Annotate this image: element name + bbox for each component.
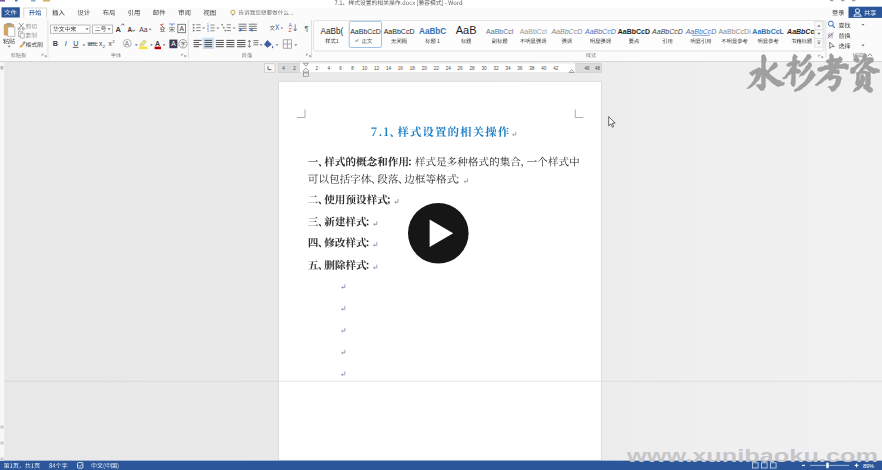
svg-text:30: 30	[481, 66, 487, 71]
svg-text:AaBbCcl: AaBbCcl	[486, 28, 514, 35]
svg-text:46: 46	[584, 66, 590, 71]
svg-text:AaBbCcD: AaBbCcD	[618, 28, 650, 35]
svg-text:AaB: AaB	[456, 24, 477, 36]
svg-text:3: 3	[207, 29, 209, 33]
svg-text:22: 22	[434, 66, 440, 71]
svg-text:AaBb(: AaBb(	[321, 27, 344, 36]
svg-text:AaBbCcD: AaBbCcD	[651, 28, 683, 35]
svg-text:20: 20	[422, 66, 428, 71]
svg-text:AaBbCcD: AaBbCcD	[685, 28, 717, 35]
svg-text:AaBbCcL: AaBbCcL	[752, 28, 784, 35]
svg-text:48: 48	[595, 66, 601, 71]
svg-text:A: A	[179, 25, 184, 32]
svg-text:AaBbCcD: AaBbCcD	[550, 28, 582, 35]
svg-text:26: 26	[458, 66, 464, 71]
svg-text:12: 12	[374, 66, 380, 71]
svg-text:16: 16	[398, 66, 404, 71]
svg-text:40: 40	[541, 66, 547, 71]
svg-text:AaBbCcDi: AaBbCcDi	[718, 28, 751, 35]
svg-text:28: 28	[470, 66, 476, 71]
svg-text:42: 42	[553, 66, 559, 71]
svg-text:A: A	[171, 40, 176, 47]
svg-text:www.xunibaoku.com: www.xunibaoku.com	[626, 446, 878, 466]
svg-text:AaBbCcl: AaBbCcl	[786, 28, 817, 35]
svg-text:34: 34	[505, 66, 511, 71]
svg-text:Z: Z	[289, 27, 292, 33]
svg-text:B: B	[53, 39, 58, 48]
svg-text:Aa: Aa	[139, 26, 148, 33]
svg-text:A: A	[155, 40, 160, 47]
svg-text:18: 18	[410, 66, 416, 71]
svg-text:AaBbCcD: AaBbCcD	[584, 28, 616, 35]
svg-text:A: A	[125, 40, 130, 47]
svg-text:AaBbCcl: AaBbCcl	[520, 28, 548, 35]
svg-text:14: 14	[386, 66, 392, 71]
svg-text:U: U	[73, 39, 78, 48]
svg-text:AaBbCcD: AaBbCcD	[384, 28, 415, 35]
svg-text:36: 36	[517, 66, 523, 71]
svg-text:32: 32	[493, 66, 499, 71]
svg-text:AaBbC: AaBbC	[419, 27, 446, 36]
svg-text:38: 38	[529, 66, 535, 71]
svg-text:A: A	[116, 25, 122, 34]
svg-text:A: A	[128, 26, 133, 33]
svg-text:10: 10	[362, 66, 368, 71]
svg-text:AaBbCcD: AaBbCcD	[350, 28, 381, 35]
svg-text:24: 24	[446, 66, 452, 71]
svg-text:I: I	[65, 39, 67, 48]
svg-text:¶: ¶	[305, 24, 309, 33]
